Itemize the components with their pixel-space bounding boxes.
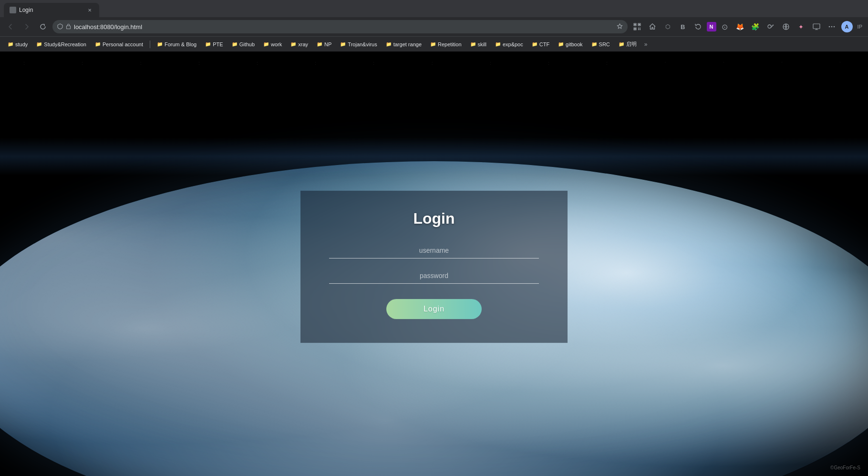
ip-display: IP	[856, 24, 864, 30]
svg-point-15	[831, 26, 832, 28]
folder-icon: 📁	[430, 41, 436, 47]
folder-icon: 📁	[290, 41, 296, 47]
nav-right-icons: ⬡ B N ⊙ 🦊 🧩 ✦	[630, 20, 864, 33]
folder-icon: 📁	[36, 41, 42, 47]
bookmark-label: CTF	[539, 41, 549, 47]
onenote-icon[interactable]: N	[707, 22, 716, 31]
bookmark-np[interactable]: 📁 NP	[313, 39, 335, 50]
bookmark-ctf[interactable]: 📁 CTF	[528, 39, 553, 50]
avatar-image: A	[841, 21, 853, 32]
svg-rect-9	[638, 29, 639, 30]
bookmark-personal-account[interactable]: 📁 Personal account	[91, 39, 147, 50]
svg-rect-0	[67, 26, 71, 29]
folder-icon: 📁	[619, 41, 624, 47]
svg-rect-7	[638, 28, 639, 29]
login-title: Login	[413, 210, 455, 228]
bookmark-src[interactable]: 📁 SRC	[588, 39, 614, 50]
bookmark-label: NP	[324, 41, 331, 47]
bookmarks-more-button[interactable]: »	[641, 39, 651, 50]
bookmark-forum[interactable]: 📁 Forum & Blog	[153, 39, 200, 50]
bookmark-label: target range	[393, 41, 422, 47]
bookmark-pte[interactable]: 📁 PTE	[201, 39, 227, 50]
network-icon[interactable]	[779, 20, 793, 33]
address-bar[interactable]: localhost:8080/login.html	[52, 20, 628, 33]
bookmarks-bar: 📁 study 📁 Study&Recreation 📁 Personal ac…	[0, 36, 868, 52]
bookmark-label: Trojan&virus	[348, 41, 377, 47]
login-container: Login Login	[300, 191, 568, 343]
bookmark-target-range[interactable]: 📁 target range	[382, 39, 425, 50]
bookmark-github[interactable]: 📁 Github	[228, 39, 258, 50]
home-icon[interactable]	[646, 20, 659, 33]
bookmark-star-icon[interactable]	[617, 23, 623, 31]
paint-icon[interactable]: ✦	[795, 20, 808, 33]
tab-title: Login	[19, 7, 83, 13]
svg-point-14	[828, 26, 830, 28]
display-icon[interactable]	[810, 20, 823, 33]
bookmark-trojan[interactable]: 📁 Trojan&virus	[336, 39, 381, 50]
nav-bar: localhost:8080/login.html ⬡ B	[0, 17, 868, 36]
active-tab[interactable]: Login ✕	[4, 3, 99, 17]
browser-chrome: Login ✕ localhost:8080/login.html	[0, 0, 868, 52]
tab-favicon	[10, 7, 16, 13]
puzzle-icon[interactable]: 🧩	[749, 20, 762, 33]
bookmark-label: SRC	[599, 41, 610, 47]
refresh-button[interactable]	[36, 20, 50, 33]
bookmark-separator	[150, 41, 150, 48]
svg-point-11	[768, 25, 771, 28]
username-input[interactable]	[329, 243, 539, 259]
page-content: Login Login ©GeoForFe-S	[0, 52, 868, 476]
circle-icon[interactable]: ⊙	[718, 20, 732, 33]
profile-avatar[interactable]: A	[840, 20, 854, 33]
svg-rect-8	[640, 28, 641, 29]
svg-rect-6	[634, 28, 636, 30]
folder-icon: 📁	[263, 41, 269, 47]
folder-icon: 📁	[232, 41, 238, 47]
bitwarden-icon[interactable]: B	[676, 20, 690, 33]
more-icon[interactable]	[825, 20, 838, 33]
history-icon[interactable]	[692, 20, 705, 33]
bookmark-repetition[interactable]: 📁 Repetition	[426, 39, 465, 50]
forward-button[interactable]	[20, 20, 33, 33]
folder-icon: 📁	[495, 41, 501, 47]
bookmark-label: xray	[298, 41, 308, 47]
svg-point-16	[833, 26, 835, 28]
tab-bar: Login ✕	[0, 0, 868, 17]
watermark: ©GeoForFe-S	[830, 465, 860, 470]
lock-icon	[66, 23, 71, 30]
bookmark-work[interactable]: 📁 work	[259, 39, 286, 50]
bookmark-label: Github	[239, 41, 255, 47]
address-text: localhost:8080/login.html	[74, 23, 614, 31]
bookmark-label: 启明	[626, 41, 637, 48]
folder-icon: 📁	[95, 41, 101, 47]
bookmark-study[interactable]: 📁 study	[4, 39, 31, 50]
bookmark-skill[interactable]: 📁 skill	[466, 39, 490, 50]
bookmark-label: Study&Recreation	[44, 41, 86, 47]
shield-icon	[57, 23, 63, 31]
folder-icon: 📁	[317, 41, 322, 47]
extensions-icon[interactable]: ⬡	[661, 20, 674, 33]
folder-icon: 📁	[470, 41, 476, 47]
bookmark-qiming[interactable]: 📁 启明	[615, 39, 641, 50]
bookmark-label: Forum & Blog	[165, 41, 196, 47]
folder-icon: 📁	[532, 41, 537, 47]
qr-code-icon[interactable]	[630, 20, 644, 33]
tab-close-button[interactable]: ✕	[86, 6, 93, 14]
key-icon[interactable]	[764, 20, 777, 33]
login-button[interactable]: Login	[386, 299, 482, 319]
username-group	[329, 243, 539, 259]
svg-rect-10	[640, 29, 641, 30]
svg-rect-13	[813, 24, 820, 29]
bookmark-gitbook[interactable]: 📁 gitbook	[554, 39, 586, 50]
bookmark-exppoc[interactable]: 📁 exp&poc	[491, 39, 527, 50]
folder-icon: 📁	[205, 41, 211, 47]
bookmark-label: Personal account	[103, 41, 143, 47]
bookmark-xray[interactable]: 📁 xray	[287, 39, 312, 50]
password-input[interactable]	[329, 268, 539, 284]
cookie-icon[interactable]: 🦊	[734, 20, 747, 33]
bookmark-study-recreation[interactable]: 📁 Study&Recreation	[32, 39, 90, 50]
folder-icon: 📁	[8, 41, 13, 47]
bookmark-label: Repetition	[438, 41, 462, 47]
bookmark-label: study	[15, 41, 28, 47]
bookmark-label: work	[271, 41, 282, 47]
back-button[interactable]	[4, 20, 17, 33]
